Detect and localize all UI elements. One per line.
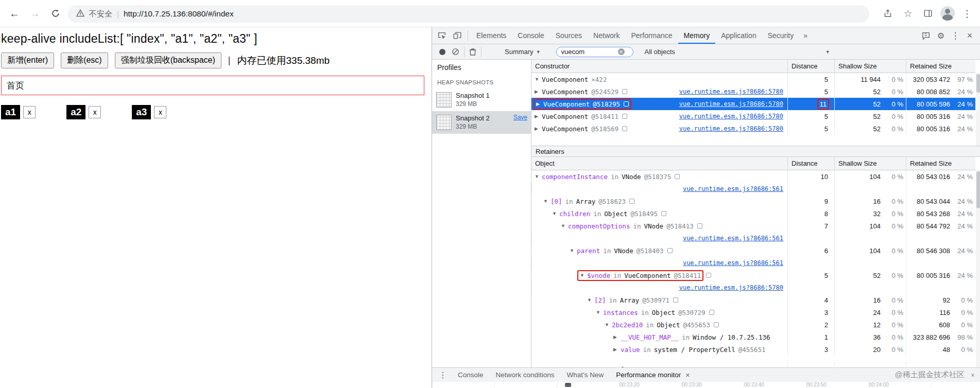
expand-arrow-icon[interactable]: ▼ <box>543 199 551 204</box>
drawer-tab-close-icon[interactable]: × <box>685 371 690 379</box>
expand-arrow-icon[interactable]: ▶ <box>613 347 621 352</box>
tab-sources[interactable]: Sources <box>550 27 588 44</box>
expand-arrow-icon[interactable]: ▶ <box>535 114 542 119</box>
objects-scope-select[interactable]: All objects ▼ <box>645 48 835 56</box>
reveal-object-icon[interactable] <box>661 211 666 216</box>
tab-elements[interactable]: Elements <box>471 27 512 44</box>
retainer-row[interactable]: ▼$vnodeinVueComponent@518411 5 520 % 80 … <box>531 269 975 281</box>
snapshot-item[interactable]: Snapshot 2 329 MB Save <box>432 111 531 134</box>
reveal-object-icon[interactable] <box>667 248 673 253</box>
back-icon[interactable]: ← <box>5 4 24 23</box>
reveal-object-icon[interactable] <box>629 199 634 204</box>
tab-performance[interactable]: Performance <box>625 27 678 44</box>
heap-object-row[interactable]: ▶VueComponent@518295 vue.runtime.esm.js?… <box>531 98 975 110</box>
watermark-close-icon[interactable]: × <box>971 371 975 379</box>
column-header-object[interactable]: Object <box>531 157 787 170</box>
class-filter-box[interactable]: ✕ <box>556 47 633 57</box>
profile-avatar[interactable] <box>940 6 955 21</box>
retainer-row[interactable]: ▼2bc2ed10inObject@455653 2 120 % 6080 % <box>531 319 975 331</box>
reveal-object-icon[interactable] <box>622 114 627 119</box>
settings-gear-icon[interactable]: ⚙ <box>935 31 947 41</box>
tag-close-button[interactable]: x <box>23 106 36 118</box>
tab-memory[interactable]: Memory <box>678 27 716 44</box>
reload-icon[interactable] <box>46 4 65 23</box>
expand-arrow-icon[interactable]: ▶ <box>613 334 621 340</box>
page-button-0[interactable]: 新增(enter) <box>1 52 54 68</box>
retainer-row[interactable]: ▼[0]inArray@518623 9 160 % 80 543 04424 … <box>531 195 975 207</box>
url-text[interactable]: http://10.7.25.136:8080/#/index <box>124 9 234 19</box>
tag-close-button[interactable]: x <box>89 106 101 118</box>
warning-icon[interactable] <box>76 9 84 19</box>
reveal-object-icon[interactable] <box>675 174 680 179</box>
source-link[interactable]: vue.runtime.esm.js?8686:5780 <box>679 113 787 120</box>
clear-profiles-icon[interactable] <box>452 48 459 56</box>
expand-arrow-icon[interactable]: ▼ <box>587 297 594 303</box>
column-header-distance[interactable]: Distance <box>787 157 834 170</box>
issues-message-icon[interactable]: 1 <box>920 30 932 41</box>
expand-arrow-icon[interactable]: ▼ <box>570 248 577 253</box>
heap-object-row[interactable]: ▶VueComponent@518411 vue.runtime.esm.js?… <box>531 110 975 122</box>
forward-icon[interactable]: → <box>26 4 44 23</box>
address-bar[interactable]: 不安全 | http://10.7.25.136:8080/#/index <box>68 5 869 23</box>
perspective-select[interactable]: Summary ▼ <box>505 48 541 56</box>
retainer-row[interactable]: ▼parentinVNode@518403 6 1040 % 80 546 30… <box>531 244 975 257</box>
retainers-scrollbar[interactable] <box>976 170 980 367</box>
side-panel-icon[interactable] <box>920 6 936 21</box>
reveal-object-icon[interactable] <box>622 126 627 131</box>
expand-arrow-icon[interactable]: ▶ <box>535 89 542 94</box>
column-header-shallow-size[interactable]: Shallow Size <box>834 60 906 73</box>
column-header-constructor[interactable]: Constructor <box>531 60 787 73</box>
inspect-element-icon[interactable] <box>434 28 450 43</box>
reveal-object-icon[interactable] <box>709 310 714 315</box>
expand-arrow-icon[interactable]: ▼ <box>596 310 603 315</box>
drawer-tab-network-conditions[interactable]: Network conditions <box>490 368 561 382</box>
retainer-row[interactable]: ▶valueinsystem / PropertyCell@455651 3 2… <box>531 343 975 356</box>
reveal-object-icon[interactable] <box>697 223 702 228</box>
heap-object-row[interactable]: ▶VueComponent@518569 vue.runtime.esm.js?… <box>531 122 975 135</box>
snapshot-item[interactable]: Snapshot 1 329 MB <box>432 89 531 111</box>
reveal-object-icon[interactable] <box>622 89 627 94</box>
device-toolbar-icon[interactable] <box>450 28 465 43</box>
expand-arrow-icon[interactable]: ▼ <box>552 211 559 216</box>
expand-arrow-icon[interactable]: ▼ <box>535 77 542 82</box>
heap-object-row[interactable]: ▼VueComponent×422 5 11 9440 % 320 053 47… <box>531 73 975 85</box>
reveal-object-icon[interactable] <box>673 297 678 303</box>
retainer-row[interactable]: ▼componentOptionsinVNode@518413 7 1040 %… <box>531 220 975 232</box>
expand-arrow-icon[interactable]: ▶ <box>535 126 542 131</box>
drawer-tab-what-s-new[interactable]: What's New <box>561 368 610 382</box>
expand-arrow-icon[interactable]: ▼ <box>605 322 612 327</box>
drawer-tab-performance-monitor[interactable]: Performance monitor× <box>610 368 696 382</box>
retainer-row[interactable]: ▼componentInstanceinVNode@518375 10 1040… <box>531 170 975 183</box>
security-label[interactable]: 不安全 <box>89 9 112 19</box>
source-link[interactable]: vue.runtime.esm.js?8686:5780 <box>679 284 787 291</box>
take-snapshot-icon[interactable] <box>439 49 445 55</box>
column-header-retained-size[interactable]: Retained Size <box>906 60 975 73</box>
tab-application[interactable]: Application <box>715 27 762 44</box>
share-icon[interactable] <box>880 6 896 21</box>
source-link[interactable]: vue.runtime.esm.js?8686:561 <box>683 185 787 192</box>
reveal-object-icon[interactable] <box>624 101 629 107</box>
clear-filter-icon[interactable]: ✕ <box>618 48 625 55</box>
reveal-object-icon[interactable] <box>714 322 719 327</box>
heap-object-row[interactable]: ▶VueComponent@524529 vue.runtime.esm.js?… <box>531 85 975 98</box>
delete-snapshot-icon[interactable] <box>469 48 476 56</box>
source-link[interactable]: vue.runtime.esm.js?8686:561 <box>683 259 787 267</box>
browser-menu-icon[interactable]: ⋮ <box>959 6 975 21</box>
drawer-menu-icon[interactable]: ⋮ <box>434 370 452 380</box>
bookmark-star-icon[interactable]: ☆ <box>900 6 916 21</box>
constructor-scrollbar[interactable] <box>976 73 980 146</box>
tab-console[interactable]: Console <box>512 27 549 44</box>
tab-network[interactable]: Network <box>588 27 625 44</box>
tag-close-button[interactable]: x <box>154 106 166 118</box>
source-link[interactable]: vue.runtime.esm.js?8686:5780 <box>679 125 787 132</box>
tab-security[interactable]: Security <box>762 27 800 44</box>
reveal-object-icon[interactable] <box>706 273 711 278</box>
retainer-row[interactable]: ▶__VUE_HOT_MAP__inWindow / 10.7.25.136 1… <box>531 331 975 343</box>
source-link[interactable]: vue.runtime.esm.js?8686:5780 <box>679 100 787 108</box>
expand-arrow-icon[interactable]: ▼ <box>535 174 542 179</box>
retainer-row[interactable]: ▼instancesinObject@530729 3 240 % 1160 % <box>531 306 975 319</box>
page-button-1[interactable]: 删除(esc) <box>61 52 108 68</box>
drawer-tab-console[interactable]: Console <box>452 368 490 382</box>
snapshot-save-link[interactable]: Save <box>513 114 527 121</box>
devtools-close-icon[interactable]: × <box>964 30 976 41</box>
